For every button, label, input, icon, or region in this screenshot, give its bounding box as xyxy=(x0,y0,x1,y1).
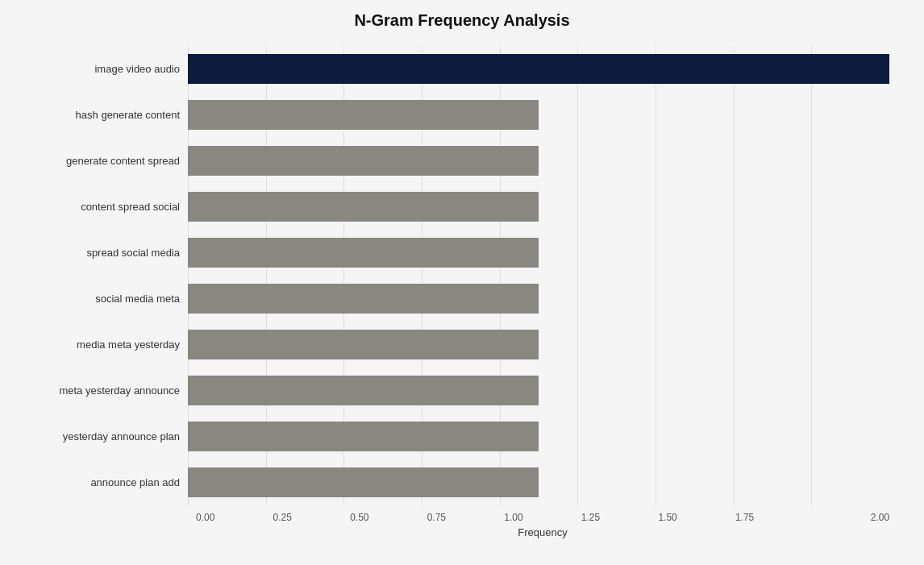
y-axis-label: generate content spread xyxy=(35,138,180,184)
bar-row xyxy=(188,418,889,455)
bar-row xyxy=(188,463,889,501)
bar-row xyxy=(188,234,889,272)
bar xyxy=(188,330,539,359)
x-tick: 0.25 xyxy=(273,512,351,523)
bar xyxy=(188,284,539,314)
y-axis-label: image video audio xyxy=(35,46,180,92)
bar-row xyxy=(188,372,889,409)
y-axis-label: content spread social xyxy=(35,184,180,230)
x-tick: 0.75 xyxy=(427,512,505,523)
y-axis-label: spread social media xyxy=(35,230,180,276)
bars-wrapper xyxy=(188,46,889,505)
plot-area: image video audiohash generate contentge… xyxy=(35,46,889,505)
bar xyxy=(188,238,539,268)
y-axis-label: media meta yesterday xyxy=(35,322,180,368)
chart-container: N-Gram Frequency Analysis image video au… xyxy=(19,0,905,565)
x-tick: 0.00 xyxy=(196,512,273,523)
y-axis-label: yesterday announce plan xyxy=(35,413,180,459)
x-axis-label: Frequency xyxy=(196,526,889,538)
x-tick: 1.75 xyxy=(735,512,813,523)
y-axis-label: hash generate content xyxy=(35,92,180,138)
bar-row xyxy=(188,96,889,134)
bar xyxy=(188,467,539,497)
bar xyxy=(188,376,539,405)
chart-area: image video audiohash generate contentge… xyxy=(35,46,889,538)
x-tick: 1.25 xyxy=(581,512,659,523)
bar xyxy=(188,422,539,451)
bar xyxy=(188,100,539,130)
x-tick: 2.00 xyxy=(813,512,890,523)
x-tick: 1.50 xyxy=(658,512,735,523)
bar xyxy=(188,54,889,84)
y-labels: image video audiohash generate contentge… xyxy=(35,46,188,505)
y-axis-label: announce plan add xyxy=(35,459,180,505)
y-axis-label: social media meta xyxy=(35,276,180,322)
y-axis-label: meta yesterday announce xyxy=(35,368,180,413)
x-tick: 1.00 xyxy=(504,512,581,523)
x-axis-area: 0.000.250.500.751.001.251.501.752.00 xyxy=(196,512,889,523)
chart-title: N-Gram Frequency Analysis xyxy=(35,11,889,30)
bars-and-grid xyxy=(188,46,889,505)
bar-row xyxy=(188,326,889,364)
bar xyxy=(188,146,539,176)
bar-row xyxy=(188,50,889,88)
bar-row xyxy=(188,188,889,226)
bar-row xyxy=(188,280,889,318)
bar xyxy=(188,192,539,222)
bar-row xyxy=(188,142,889,180)
x-tick: 0.50 xyxy=(350,512,427,523)
